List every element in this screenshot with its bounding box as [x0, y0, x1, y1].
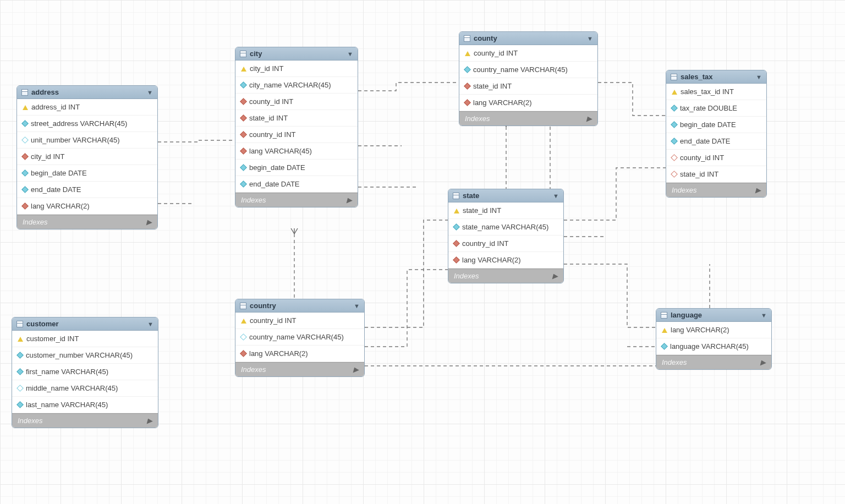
collapse-icon[interactable]: ▼ — [147, 321, 153, 327]
expand-icon: ▶ — [353, 365, 359, 374]
column-type-icon — [21, 169, 29, 177]
column-row[interactable]: county_id INT — [459, 45, 597, 62]
column-row[interactable]: lang VARCHAR(2) — [656, 322, 771, 338]
collapse-icon[interactable]: ▼ — [587, 35, 593, 42]
column-row[interactable]: state_id INT — [235, 110, 358, 127]
column-row[interactable]: county_id INT — [666, 150, 766, 166]
table-header[interactable]: county▼ — [459, 32, 597, 45]
column-row[interactable]: state_name VARCHAR(45) — [448, 219, 563, 235]
table-language[interactable]: language▼lang VARCHAR(2)language VARCHAR… — [656, 308, 772, 370]
column-row[interactable]: lang VARCHAR(2) — [235, 346, 364, 362]
table-header[interactable]: country▼ — [235, 299, 364, 313]
collapse-icon[interactable]: ▼ — [553, 193, 559, 199]
column-type-icon — [453, 240, 460, 247]
column-type-icon — [240, 81, 247, 89]
column-row[interactable]: begin_date DATE — [17, 165, 157, 182]
indexes-section[interactable]: Indexes▶ — [459, 111, 597, 125]
column-row[interactable]: unit_number VARCHAR(45) — [17, 132, 157, 149]
collapse-icon[interactable]: ▼ — [147, 89, 153, 96]
collapse-icon[interactable]: ▼ — [354, 303, 360, 309]
column-label: state_name VARCHAR(45) — [462, 223, 548, 231]
table-country[interactable]: country▼country_id INTcountry_name VARCH… — [235, 299, 365, 377]
column-type-icon — [17, 385, 24, 392]
table-title: state — [463, 191, 550, 200]
collapse-icon[interactable]: ▼ — [347, 51, 353, 57]
indexes-section[interactable]: Indexes▶ — [656, 355, 771, 369]
column-type-icon — [240, 131, 247, 138]
column-label: customer_id INT — [26, 335, 79, 343]
indexes-section[interactable]: Indexes▶ — [235, 362, 364, 376]
indexes-section[interactable]: Indexes▶ — [666, 183, 766, 197]
column-row[interactable]: country_name VARCHAR(45) — [235, 329, 364, 346]
expand-icon: ▶ — [586, 114, 592, 123]
table-city[interactable]: city▼city_id INTcity_name VARCHAR(45)cou… — [235, 47, 358, 207]
column-row[interactable]: country_id INT — [448, 235, 563, 252]
column-row[interactable]: middle_name VARCHAR(45) — [12, 380, 158, 397]
expand-icon: ▶ — [760, 358, 766, 366]
column-row[interactable]: begin_date DATE — [235, 160, 358, 176]
column-row[interactable]: sales_tax_id INT — [666, 84, 766, 100]
column-row[interactable]: country_id INT — [235, 127, 358, 143]
table-header[interactable]: state▼ — [448, 189, 563, 202]
indexes-section[interactable]: Indexes▶ — [12, 413, 158, 428]
column-row[interactable]: state_id INT — [666, 166, 766, 183]
indexes-label: Indexes — [662, 358, 687, 366]
column-row[interactable]: last_name VARCHAR(45) — [12, 397, 158, 413]
primary-key-icon — [454, 209, 459, 213]
column-row[interactable]: lang VARCHAR(2) — [448, 252, 563, 269]
column-row[interactable]: begin_date DATE — [666, 117, 766, 133]
column-row[interactable]: customer_id INT — [12, 331, 158, 347]
table-header[interactable]: customer▼ — [12, 317, 158, 331]
column-label: begin_date DATE — [31, 169, 87, 177]
indexes-section[interactable]: Indexes▶ — [17, 215, 157, 229]
column-row[interactable]: customer_number VARCHAR(45) — [12, 347, 158, 364]
indexes-section[interactable]: Indexes▶ — [235, 193, 358, 207]
column-type-icon — [661, 343, 668, 350]
column-row[interactable]: end_date DATE — [17, 182, 157, 198]
column-label: begin_date DATE — [680, 120, 736, 129]
column-label: lang VARCHAR(2) — [473, 98, 532, 107]
indexes-label: Indexes — [465, 114, 490, 123]
column-row[interactable]: lang VARCHAR(2) — [459, 95, 597, 111]
column-row[interactable]: address_id INT — [17, 99, 157, 116]
table-customer[interactable]: customer▼customer_id INTcustomer_number … — [12, 317, 158, 428]
table-icon — [240, 303, 246, 309]
column-row[interactable]: state_id INT — [459, 78, 597, 95]
table-state[interactable]: state▼state_id INTstate_name VARCHAR(45)… — [448, 189, 564, 283]
table-header[interactable]: sales_tax▼ — [666, 70, 766, 84]
column-row[interactable]: state_id INT — [448, 202, 563, 219]
column-row[interactable]: county_id INT — [235, 94, 358, 110]
column-row[interactable]: country_id INT — [235, 313, 364, 329]
column-row[interactable]: end_date DATE — [666, 133, 766, 150]
column-label: country_id INT — [250, 316, 297, 325]
table-header[interactable]: address▼ — [17, 86, 157, 99]
column-type-icon — [240, 333, 247, 341]
column-label: end_date DATE — [31, 185, 81, 194]
column-row[interactable]: city_id INT — [17, 149, 157, 165]
collapse-icon[interactable]: ▼ — [756, 74, 762, 80]
collapse-icon[interactable]: ▼ — [761, 312, 767, 319]
column-row[interactable]: city_name VARCHAR(45) — [235, 77, 358, 94]
table-address[interactable]: address▼address_id INTstreet_address VAR… — [17, 85, 158, 229]
column-type-icon — [671, 105, 678, 112]
indexes-section[interactable]: Indexes▶ — [448, 269, 563, 283]
column-row[interactable]: country_name VARCHAR(45) — [459, 62, 597, 78]
column-row[interactable]: lang VARCHAR(45) — [235, 143, 358, 160]
column-type-icon — [240, 164, 247, 171]
column-label: lang VARCHAR(2) — [671, 326, 729, 334]
expand-icon: ▶ — [147, 417, 152, 425]
column-row[interactable]: end_date DATE — [235, 176, 358, 193]
indexes-label: Indexes — [241, 196, 266, 204]
table-header[interactable]: city▼ — [235, 47, 358, 61]
column-row[interactable]: lang VARCHAR(2) — [17, 198, 157, 215]
svg-line-21 — [294, 228, 298, 234]
column-row[interactable]: language VARCHAR(45) — [656, 338, 771, 355]
column-type-icon — [464, 66, 471, 73]
column-row[interactable]: tax_rate DOUBLE — [666, 100, 766, 117]
column-row[interactable]: street_address VARCHAR(45) — [17, 116, 157, 132]
column-row[interactable]: first_name VARCHAR(45) — [12, 364, 158, 380]
column-row[interactable]: city_id INT — [235, 61, 358, 77]
table-header[interactable]: language▼ — [656, 309, 771, 322]
table-sales_tax[interactable]: sales_tax▼sales_tax_id INTtax_rate DOUBL… — [666, 70, 767, 198]
table-county[interactable]: county▼county_id INTcountry_name VARCHAR… — [459, 31, 598, 126]
